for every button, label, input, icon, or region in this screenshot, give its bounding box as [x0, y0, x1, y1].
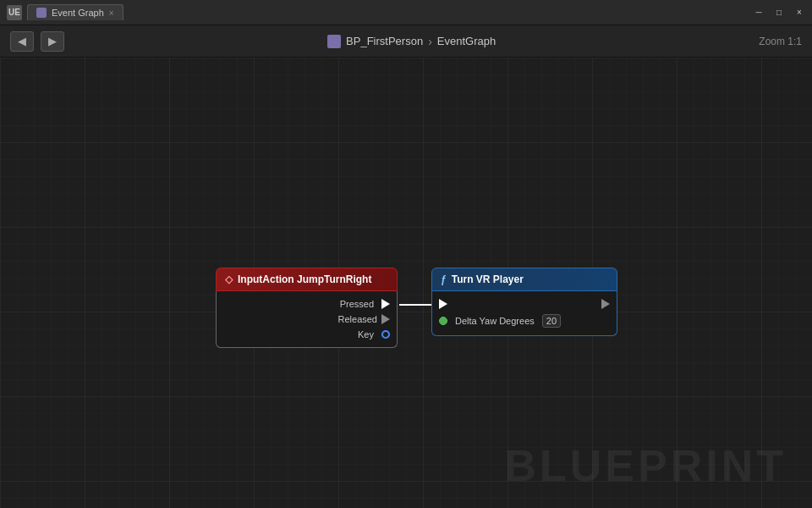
toolbar: ◀ ▶ BP_FirstPerson › EventGraph Zoom 1:1 [0, 25, 812, 58]
pressed-label: Pressed [340, 299, 374, 309]
turn-vr-node[interactable]: ƒ Turn VR Player Delta Yaw Degrees 20 [431, 268, 617, 336]
blueprint-watermark: BLUEPRINT [504, 440, 787, 491]
turn-vr-icon: ƒ [441, 273, 447, 285]
turn-vr-header: ƒ Turn VR Player [431, 268, 617, 291]
tab-close-button[interactable]: × [109, 8, 114, 18]
back-button[interactable]: ◀ [10, 31, 34, 52]
pressed-pin[interactable] [381, 299, 390, 309]
delta-yaw-label: Delta Yaw Degrees [455, 316, 535, 326]
breadcrumb-project: BP_FirstPerson [346, 35, 423, 47]
tab-icon [36, 8, 47, 18]
forward-button[interactable]: ▶ [41, 31, 64, 52]
blueprint-canvas[interactable]: ◇ InputAction JumpTurnRight Pressed Rele… [0, 58, 812, 508]
breadcrumb-page: EventGraph [437, 35, 496, 47]
key-pin[interactable] [381, 330, 390, 339]
breadcrumb-separator: › [428, 35, 432, 48]
key-pin-row[interactable]: Key [217, 327, 397, 342]
event-graph-tab[interactable]: Event Graph × [27, 4, 123, 20]
key-label: Key [358, 329, 374, 340]
input-action-body: Pressed Released Key [216, 291, 398, 348]
exec-out-pin[interactable] [601, 299, 610, 309]
released-pin[interactable] [381, 314, 390, 324]
input-action-node[interactable]: ◇ InputAction JumpTurnRight Pressed Rele… [216, 268, 398, 348]
delta-yaw-value[interactable]: 20 [542, 314, 561, 328]
breadcrumb: BP_FirstPerson › EventGraph [71, 35, 752, 48]
exec-pin-row[interactable] [432, 296, 617, 312]
input-action-header: ◇ InputAction JumpTurnRight [216, 268, 398, 291]
maximize-button[interactable]: □ [770, 5, 788, 20]
turn-vr-body: Delta Yaw Degrees 20 [431, 291, 617, 336]
input-action-title: InputAction JumpTurnRight [238, 273, 371, 285]
title-bar: UE Event Graph × ─ □ × [0, 0, 812, 25]
minimize-button[interactable]: ─ [749, 5, 768, 20]
pressed-pin-row[interactable]: Pressed [217, 296, 397, 312]
zoom-label: Zoom 1:1 [759, 36, 802, 47]
tab-label: Event Graph [52, 8, 104, 18]
turn-vr-title: Turn VR Player [452, 273, 524, 285]
exec-in-pin[interactable] [439, 299, 447, 309]
close-button[interactable]: × [790, 5, 809, 20]
released-pin-row[interactable]: Released [217, 312, 397, 327]
input-action-icon: ◇ [225, 273, 233, 285]
breadcrumb-icon [327, 35, 341, 48]
delta-yaw-pin[interactable] [439, 317, 447, 325]
ue-icon: UE [7, 5, 22, 20]
title-bar-left: UE Event Graph × [0, 4, 123, 20]
window-controls: ─ □ × [749, 5, 812, 20]
delta-yaw-pin-row[interactable]: Delta Yaw Degrees 20 [432, 312, 617, 330]
released-label: Released [338, 314, 377, 324]
